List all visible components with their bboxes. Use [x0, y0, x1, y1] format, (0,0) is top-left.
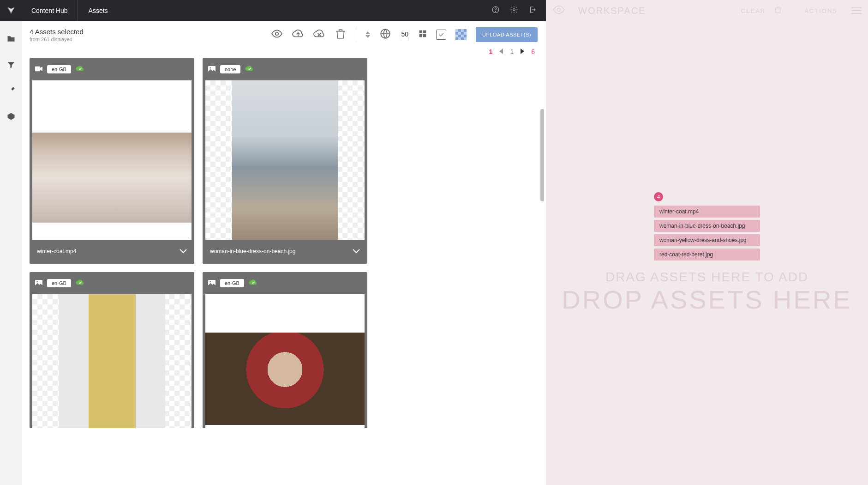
image-icon [208, 279, 216, 287]
workspace-chip[interactable]: red-coat-red-beret.jpg [654, 249, 760, 261]
asset-card[interactable]: en-GB [203, 272, 367, 428]
asset-card[interactable]: en-GB winter-coat.mp4 [30, 58, 194, 264]
clear-trash-icon[interactable] [774, 6, 782, 16]
workspace-drop-hint: DROP ASSETS HERE [562, 285, 852, 315]
download-cloud-cancel-icon[interactable] [313, 28, 325, 42]
svg-point-14 [36, 281, 38, 283]
workspace-count-badge: 4 [654, 192, 663, 201]
workspace-chip[interactable]: woman-in-blue-dress-on-beach.jpg [654, 220, 760, 232]
image-icon [35, 279, 42, 287]
locale-badge: en-GB [220, 279, 244, 287]
svg-point-16 [210, 281, 211, 283]
locale-badge: en-GB [47, 279, 71, 287]
svg-point-2 [513, 9, 515, 11]
svg-point-1 [496, 11, 496, 12]
locale-icon[interactable] [379, 28, 391, 42]
svg-rect-8 [419, 35, 422, 37]
scrollbar[interactable] [540, 109, 544, 201]
workspace-visibility-icon[interactable] [552, 3, 565, 18]
filter-icon[interactable] [6, 60, 16, 71]
cloud-synced-icon [245, 65, 254, 74]
svg-point-3 [557, 8, 561, 12]
upload-assets-button[interactable]: UPLOAD ASSET(S) [476, 27, 538, 42]
package-icon[interactable] [6, 112, 16, 123]
cloud-synced-icon [76, 279, 85, 288]
page-total[interactable]: 6 [531, 48, 535, 55]
preview-icon[interactable] [271, 28, 283, 42]
locale-badge: none [220, 65, 240, 73]
svg-point-12 [210, 67, 211, 69]
workspace-title: WORKSPACE [578, 6, 646, 16]
asset-card[interactable]: none woman-in-blue-dress-on-beach.jpg [203, 58, 367, 264]
page-next-icon[interactable] [520, 48, 525, 55]
cloud-synced-icon [249, 279, 258, 288]
help-icon[interactable] [491, 6, 500, 16]
locale-badge: en-GB [47, 65, 71, 73]
workspace-chip[interactable]: woman-yellow-dress-and-shoes.jpg [654, 234, 760, 246]
asset-filename: woman-in-blue-dress-on-beach.jpg [210, 248, 295, 255]
asset-thumbnail[interactable] [32, 294, 192, 428]
svg-point-4 [275, 32, 278, 36]
asset-thumbnail[interactable] [32, 80, 192, 240]
sort-toggle[interactable] [365, 31, 370, 38]
settings-icon[interactable] [510, 6, 518, 16]
upload-cloud-icon[interactable] [292, 28, 304, 42]
tools-icon[interactable] [6, 86, 16, 97]
page-prev-icon[interactable] [499, 48, 503, 55]
brand-label: Content Hub [22, 0, 78, 21]
asset-card[interactable]: en-GB [30, 272, 194, 428]
clear-button[interactable]: CLEAR [741, 7, 766, 14]
asset-filename: winter-coat.mp4 [37, 248, 76, 255]
app-logo[interactable] [0, 0, 22, 21]
actions-button[interactable]: ACTIONS [804, 7, 838, 14]
selection-count: 4 Assets selected [30, 28, 84, 36]
selection-from: from 261 displayed [30, 36, 84, 42]
asset-thumbnail[interactable] [205, 294, 365, 428]
chevron-down-icon[interactable] [353, 247, 360, 255]
section-assets[interactable]: Assets [78, 0, 119, 21]
select-all-icon[interactable] [436, 30, 446, 40]
toolbar-separator [356, 28, 356, 41]
delete-icon[interactable] [335, 28, 347, 42]
logout-icon[interactable] [528, 6, 537, 16]
image-icon [208, 65, 216, 73]
video-icon [35, 65, 42, 73]
svg-rect-6 [419, 30, 422, 33]
page-first[interactable]: 1 [489, 48, 493, 55]
workspace-drag-hint: DRAG ASSETS HERE TO ADD [605, 270, 808, 285]
workspace-menu-icon[interactable] [851, 7, 862, 14]
grid-view-icon[interactable] [419, 30, 427, 40]
transparency-toggle-icon[interactable] [455, 29, 467, 40]
chevron-down-icon[interactable] [180, 247, 187, 255]
page-size[interactable]: 50 [401, 30, 410, 39]
svg-rect-9 [424, 35, 426, 37]
cloud-synced-icon [76, 65, 85, 74]
page-number: 1 [510, 48, 514, 55]
svg-rect-7 [424, 30, 426, 33]
folder-icon[interactable] [6, 34, 16, 45]
workspace-chip[interactable]: winter-coat.mp4 [654, 206, 760, 218]
asset-thumbnail[interactable] [205, 80, 365, 240]
svg-rect-10 [35, 67, 40, 72]
